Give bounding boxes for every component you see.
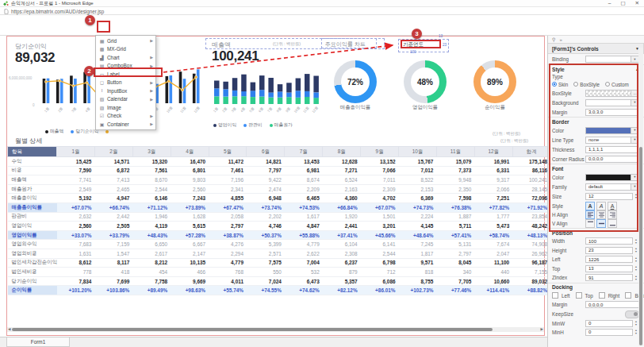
valign-top-button[interactable] xyxy=(585,219,595,228)
menu-item[interactable]: ◻ Button ▶ xyxy=(96,79,155,87)
binding-dropdown[interactable]: ▼ xyxy=(585,56,639,63)
row-label: 당기순이익 xyxy=(8,276,57,286)
table-cell: 8,674 xyxy=(285,175,323,185)
font-color-swatch[interactable] xyxy=(585,174,631,181)
corner-radius-input[interactable]: 0,0,0,0 xyxy=(585,156,639,163)
table-cell: +48.64% xyxy=(399,230,437,240)
menu-item[interactable]: ▟ Chart ▶ xyxy=(96,53,155,62)
table-cell: 2,560 xyxy=(57,222,95,231)
horizontal-scrollbar[interactable]: ◀ ▶ xyxy=(7,327,544,332)
position-stepper[interactable]: 13▲▼ xyxy=(585,265,639,272)
scrollbar-thumb[interactable] xyxy=(12,328,493,331)
table-header: 3월 xyxy=(132,147,171,157)
row-label: 영업외수익 xyxy=(8,240,57,249)
radio-boxstyle[interactable]: BoxStyle xyxy=(573,82,600,87)
boxstyle-swatch[interactable] xyxy=(585,90,631,97)
svg-text:11월: 11월 xyxy=(302,106,309,114)
dock-right-checkbox[interactable]: Right xyxy=(599,292,620,299)
table-header: 12월 xyxy=(474,147,512,157)
section-style[interactable]: Style▲ xyxy=(548,64,644,73)
scroll-left-icon[interactable]: ◀ xyxy=(8,327,10,332)
table-cell: +101.20% xyxy=(57,286,95,295)
svg-text:3월: 3월 xyxy=(71,106,77,113)
align-right-button[interactable] xyxy=(608,210,617,219)
background-dropdown[interactable]: ▼ xyxy=(585,99,639,106)
svg-text:3월: 3월 xyxy=(231,106,237,113)
pin-icon[interactable]: ⚲ xyxy=(552,37,555,42)
table-row: 영업외수익7,6837,1596,6506,6674,2765,3994,779… xyxy=(8,240,551,249)
font-family-row: Family default▼ xyxy=(548,182,644,191)
align-left-button[interactable] xyxy=(585,210,595,219)
table-cell: 1,817 xyxy=(399,249,437,258)
donut-chart[interactable]: 72% xyxy=(334,60,377,103)
design-canvas[interactable]: 당기순이익 89,032 6,000,000,000 0 1월2월3월4월5월6… xyxy=(6,36,545,336)
align-center-button[interactable] xyxy=(596,210,606,219)
table-cell: 2,308 xyxy=(323,249,361,258)
menu-item[interactable]: I InputBox ▶ xyxy=(96,87,155,95)
close-button[interactable]: ✕ xyxy=(635,0,639,6)
sales-stacked-chart[interactable]: 1월2월3월4월5월6월7월8월9월10월11월12월 xyxy=(212,71,324,120)
font-size-stepper[interactable]: 12▲▼ xyxy=(585,193,639,200)
table-cell: 7,011 xyxy=(361,175,399,185)
radio-skin[interactable]: Skin xyxy=(552,82,568,87)
table-header: 4월 xyxy=(171,147,209,157)
table-cell: +102.73% xyxy=(399,286,437,295)
radio-custom[interactable]: Custom xyxy=(605,82,629,87)
italic-button[interactable]: A xyxy=(596,202,606,210)
table-cell: 8,212 xyxy=(132,258,171,268)
position-stepper[interactable]: 91▲▼ xyxy=(585,274,639,281)
position-stepper[interactable]: 1226▲▼ xyxy=(585,256,639,263)
table-cell: 5,473 xyxy=(474,222,512,231)
menu-item[interactable]: ▦ Grid ▶ xyxy=(96,37,155,45)
table-cell: 2,797 xyxy=(209,222,247,231)
donut-chart[interactable]: 48% xyxy=(404,60,447,103)
table-cell: 7,683 xyxy=(57,240,95,249)
docking-margin-input[interactable]: 0,0,0,0 xyxy=(585,301,639,308)
border-color-swatch[interactable] xyxy=(585,127,631,134)
valign-row: V Align xyxy=(548,219,644,228)
dock-top-checkbox[interactable]: Top xyxy=(576,292,593,299)
table-cell: 9,422 xyxy=(247,175,285,185)
style-margin-input[interactable]: 3,0,3,0 xyxy=(585,109,639,116)
base-year-label[interactable]: 기준연도 xyxy=(403,41,424,48)
maximize-button[interactable]: ▢ xyxy=(620,0,625,6)
font-family-dropdown[interactable]: default▼ xyxy=(585,183,639,191)
position-stepper[interactable]: 100▲▼ xyxy=(585,237,639,245)
table-cell: +114.41% xyxy=(474,286,512,295)
table-cell: +67.07% xyxy=(361,202,399,212)
minimize-button[interactable]: – xyxy=(608,0,611,6)
linetype-dropdown[interactable]: none▼ xyxy=(585,137,639,144)
kpi-title-sales: 매출액 xyxy=(212,40,231,49)
donut-chart[interactable]: 89% xyxy=(473,60,516,103)
valign-middle-button[interactable] xyxy=(596,219,606,228)
valign-bottom-button[interactable] xyxy=(608,219,617,228)
scroll-right-icon[interactable]: ▶ xyxy=(541,327,543,332)
menu-item[interactable]: ▣ Container ▶ xyxy=(96,120,155,129)
donut-label: 영업이익률 xyxy=(385,104,465,111)
keepsize-toggle[interactable] xyxy=(625,310,639,318)
menu-item-icon: ▧ xyxy=(98,96,105,102)
menu-item[interactable]: ☑ Check ▶ xyxy=(96,112,155,121)
underline-button[interactable]: A xyxy=(608,202,617,210)
menu-item[interactable]: ▧ Calendar ▶ xyxy=(96,95,155,104)
monthly-table[interactable]: 항목1월2월3월4월5월6월7월8월9월10월11월12월합계수익15,4251… xyxy=(7,146,551,295)
table-header: 11월 xyxy=(436,147,474,157)
position-stepper[interactable]: 23▲▼ xyxy=(585,247,639,254)
table-cell: 11,100 xyxy=(474,258,512,268)
section-docking: Docking xyxy=(548,283,644,291)
menu-item[interactable]: ▨ Image ▶ xyxy=(96,103,155,112)
address-bar[interactable]: https://epa.bimatrix.com/AUD/designer.js… xyxy=(0,8,644,15)
section-font: Font xyxy=(548,164,644,172)
menu-item[interactable]: ▩ MX-Grid ▶ xyxy=(96,45,155,54)
tab-form1[interactable]: Form1 xyxy=(6,337,70,347)
panel-header[interactable]: [Form1]'s Controls ▼ xyxy=(548,43,644,54)
dock-left-checkbox[interactable]: Left xyxy=(552,292,570,299)
collapse-panel-icon[interactable]: » xyxy=(559,37,562,42)
table-cell: 7,705 xyxy=(436,276,474,286)
minh-stepper[interactable]: 0▲▼ xyxy=(585,329,639,336)
minw-stepper[interactable]: 0▲▼ xyxy=(585,320,639,327)
bold-button[interactable]: A xyxy=(585,202,595,210)
thickness-input[interactable]: 1,1,1,1 xyxy=(585,146,639,153)
panel-scrollbar[interactable] xyxy=(638,48,643,345)
scrollbar-thumb[interactable] xyxy=(639,147,642,345)
